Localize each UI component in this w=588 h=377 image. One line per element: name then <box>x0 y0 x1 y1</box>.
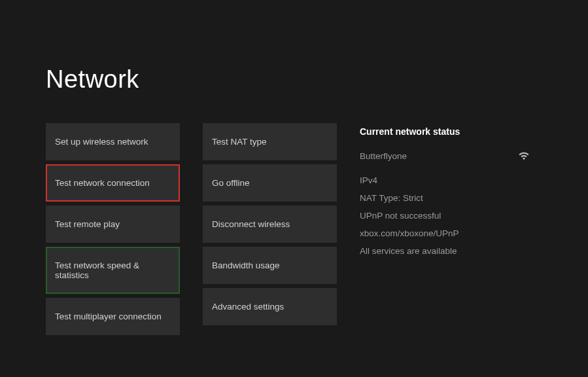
test-multiplayer-connection-button[interactable]: Test multiplayer connection <box>46 298 180 335</box>
network-name: Butterflyone <box>360 147 407 165</box>
test-network-connection-button[interactable]: Test network connection <box>46 164 180 202</box>
test-remote-play-button[interactable]: Test remote play <box>46 206 180 243</box>
test-network-speed-button[interactable]: Test network speed & statistics <box>46 247 180 294</box>
status-title: Current network status <box>360 126 530 137</box>
right-column: Test NAT type Go offline Disconnect wire… <box>203 123 337 335</box>
setup-wireless-network-button[interactable]: Set up wireless network <box>46 123 180 160</box>
content-area: Set up wireless network Test network con… <box>0 94 588 335</box>
status-services: All services are available <box>360 242 530 260</box>
page-title: Network <box>0 0 588 94</box>
network-name-row: Butterflyone <box>360 147 530 165</box>
status-ipv4: IPv4 <box>360 171 530 189</box>
test-nat-type-button[interactable]: Test NAT type <box>203 123 337 160</box>
advanced-settings-button[interactable]: Advanced settings <box>203 288 337 325</box>
left-column: Set up wireless network Test network con… <box>46 123 180 335</box>
status-upnp: UPnP not successful <box>360 207 530 224</box>
go-offline-button[interactable]: Go offline <box>203 164 337 202</box>
status-upnp-url: xbox.com/xboxone/UPnP <box>360 224 530 242</box>
status-nat-type: NAT Type: Strict <box>360 189 530 207</box>
wifi-icon <box>518 151 530 162</box>
disconnect-wireless-button[interactable]: Disconnect wireless <box>203 206 337 243</box>
bandwidth-usage-button[interactable]: Bandwidth usage <box>203 247 337 284</box>
status-panel: Current network status Butterflyone IPv4… <box>360 123 530 335</box>
